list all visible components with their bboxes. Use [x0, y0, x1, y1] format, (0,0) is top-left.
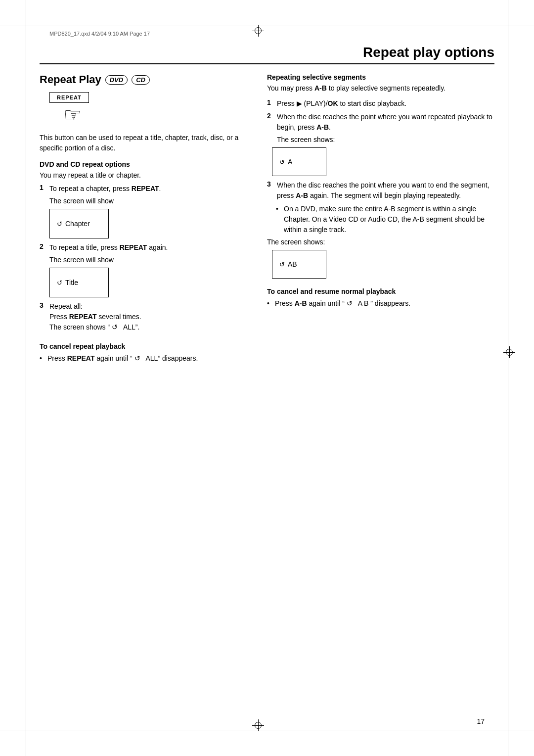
selective-intro: You may press A-B to play selective segm… — [267, 83, 494, 94]
right-bullet-1: On a DVD, make sure the entire A-B segme… — [276, 204, 494, 235]
screen-chapter-text: Chapter — [65, 220, 90, 228]
dvd-badge: DVD — [105, 75, 128, 85]
page-title: Repeat play options — [40, 45, 494, 64]
right-step-1: 1 Press ▶ (PLAY)/OK to start disc playba… — [267, 98, 494, 109]
right-cancel-item: Press A-B again until “ ↺ A B ” disappea… — [267, 298, 494, 309]
right-cancel-list: Press A-B again until “ ↺ A B ” disappea… — [267, 298, 494, 309]
crosshair-bottom — [252, 719, 264, 731]
header-meta: MPD820_17.qxd 4/2/04 9:10 AM Page 17 — [49, 31, 150, 37]
main-content: Repeat play options Repeat Play DVD CD R… — [40, 45, 494, 711]
repeat-play-label: Repeat Play — [40, 73, 101, 86]
cancel-bullet-item: Press REPEAT again until “ ↺ ALL” disapp… — [40, 353, 247, 364]
right-step-3-num: 3 — [267, 180, 274, 201]
screen-title-text: Title — [65, 279, 78, 286]
repeat-button-area: REPEAT ☞ — [49, 92, 247, 126]
page-number: 17 — [477, 717, 485, 725]
right-step-2-num: 2 — [267, 112, 274, 133]
right-cancel-bold: A-B — [295, 299, 307, 307]
cancel-bold: REPEAT — [67, 354, 95, 362]
right-screen-sub: The screen shows: — [267, 238, 494, 246]
screen-box-title: ↺ Title — [49, 268, 109, 297]
screen-box-ab: ↺ AB — [272, 250, 326, 279]
step2-bold: REPEAT — [120, 243, 147, 251]
cd-badge: CD — [132, 75, 150, 85]
left-step-2-content: To repeat a title, press REPEAT again. — [49, 242, 247, 253]
repeat-icon-ab: ↺ — [279, 261, 285, 268]
step3-bold: REPEAT — [69, 313, 97, 321]
dvd-cd-heading: DVD and CD repeat options — [40, 160, 247, 168]
right-step3-bold: A-B — [296, 191, 308, 199]
repeat-icon-a: ↺ — [279, 158, 285, 166]
right-step-2-sub: The screen shows: — [277, 136, 494, 143]
right-cancel-section: To cancel and resume normal playback Pre… — [267, 287, 494, 309]
crosshair-top — [252, 25, 264, 37]
left-step-2-sub: The screen will show — [49, 256, 247, 264]
screen-ab-text: AB — [288, 260, 297, 268]
selective-heading: Repeating selective segments — [267, 73, 494, 81]
cancel-repeat-section: To cancel repeat playback Press REPEAT a… — [40, 342, 247, 364]
border-bottom — [0, 730, 534, 730]
border-right — [508, 0, 508, 756]
right-step-2-content: When the disc reaches the point where yo… — [277, 112, 494, 133]
left-column: Repeat Play DVD CD REPEAT ☞ This button … — [40, 73, 247, 367]
right-bullet-list: On a DVD, make sure the entire A-B segme… — [276, 204, 494, 235]
left-step-2: 2 To repeat a title, press REPEAT again. — [40, 242, 247, 253]
right-step1-bold: OK — [328, 99, 338, 107]
border-top — [0, 26, 534, 26]
repeat-button-box: REPEAT — [49, 92, 89, 103]
border-left — [26, 0, 26, 756]
left-step-3-content: Repeat all: Press REPEAT several times. … — [49, 301, 247, 332]
step1-bold: REPEAT — [132, 185, 159, 192]
left-step-3: 3 Repeat all: Press REPEAT several times… — [40, 301, 247, 332]
cancel-heading: To cancel repeat playback — [40, 342, 247, 350]
screen-box-a: ↺ A — [272, 147, 326, 176]
selective-ab-bold: A-B — [314, 84, 327, 92]
right-step-3: 3 When the disc reaches the point where … — [267, 180, 494, 201]
right-step-3-content: When the disc reaches the point where yo… — [277, 180, 494, 201]
crosshair-right — [503, 346, 515, 358]
left-step-1-content: To repeat a chapter, press REPEAT. — [49, 184, 247, 194]
right-step-1-content: Press ▶ (PLAY)/OK to start disc playback… — [277, 98, 494, 109]
hand-press-icon: ☞ — [63, 105, 247, 126]
right-column: Repeating selective segments You may pre… — [267, 73, 494, 367]
repeat-icon-title: ↺ — [57, 279, 62, 286]
left-step-1: 1 To repeat a chapter, press REPEAT. — [40, 184, 247, 194]
two-column-layout: Repeat Play DVD CD REPEAT ☞ This button … — [40, 73, 494, 367]
left-step-3-num: 3 — [40, 301, 46, 332]
repeat-icon-chapter: ↺ — [57, 220, 62, 228]
left-step-1-sub: The screen will show — [49, 197, 247, 205]
right-cancel-heading: To cancel and resume normal playback — [267, 287, 494, 295]
right-step-1-num: 1 — [267, 98, 274, 109]
screen-box-chapter: ↺ Chapter — [49, 209, 109, 238]
cancel-bullet-list: Press REPEAT again until “ ↺ ALL” disapp… — [40, 353, 247, 364]
right-step2-bold: A-B — [316, 123, 329, 131]
repeat-play-heading: Repeat Play DVD CD — [40, 73, 247, 86]
right-step-2: 2 When the disc reaches the point where … — [267, 112, 494, 133]
left-step-2-num: 2 — [40, 242, 46, 253]
intro-text: This button can be used to repeat a titl… — [40, 133, 247, 153]
dvd-cd-intro: You may repeat a title or chapter. — [40, 170, 247, 181]
screen-a-text: A — [288, 158, 292, 166]
left-step-1-num: 1 — [40, 184, 46, 194]
